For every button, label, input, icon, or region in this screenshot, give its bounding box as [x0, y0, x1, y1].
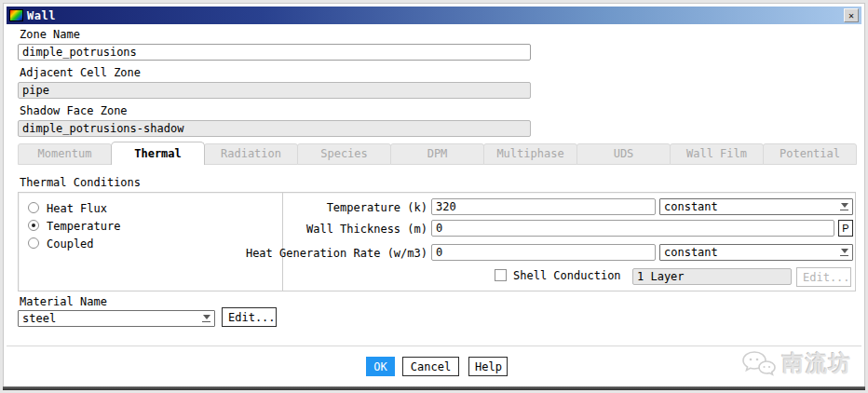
- tab-strip: Momentum Thermal Radiation Species DPM M…: [18, 143, 856, 165]
- material-edit-button[interactable]: Edit...: [222, 307, 277, 327]
- chevron-down-icon: [198, 311, 214, 326]
- help-button[interactable]: Help: [468, 357, 508, 376]
- temperature-field-label: Temperature (k): [236, 201, 427, 214]
- shadow-face-zone-label: Shadow Face Zone: [20, 104, 128, 117]
- heat-generation-profile-value: constant: [660, 246, 836, 259]
- shell-conduction-checkbox[interactable]: [495, 269, 507, 281]
- watermark-text: 南流坊: [782, 349, 852, 378]
- tab-uds[interactable]: UDS: [576, 143, 671, 165]
- wall-dialog: Wall ✕ Zone Name Adjacent Cell Zone Shad…: [0, 0, 868, 393]
- temperature-radio[interactable]: [28, 220, 39, 231]
- material-name-value: steel: [19, 312, 198, 325]
- footer-separator: [7, 346, 861, 346]
- wall-thickness-profile-button[interactable]: P: [838, 220, 853, 237]
- temperature-radio-label[interactable]: Temperature: [47, 220, 120, 233]
- adjacent-cell-zone-field: [18, 82, 531, 99]
- wall-thickness-input[interactable]: [431, 220, 834, 237]
- tab-thermal[interactable]: Thermal: [111, 142, 205, 165]
- temperature-profile-value: constant: [660, 200, 836, 213]
- adjacent-cell-zone-label: Adjacent Cell Zone: [20, 66, 141, 79]
- window-bottom-edge: [3, 386, 865, 390]
- tab-multiphase[interactable]: Multiphase: [483, 143, 577, 165]
- tab-wall-film[interactable]: Wall Film: [670, 143, 764, 165]
- ok-button[interactable]: OK: [366, 357, 395, 376]
- temperature-profile-dropdown[interactable]: constant: [659, 198, 853, 215]
- heat-generation-label: Heat Generation Rate (w/m3): [236, 247, 427, 260]
- material-name-label: Material Name: [20, 295, 107, 308]
- heat-flux-radio[interactable]: [28, 202, 39, 213]
- close-icon[interactable]: ✕: [844, 8, 859, 22]
- thermal-conditions-label: Thermal Conditions: [20, 176, 141, 189]
- chevron-down-icon: [836, 245, 852, 260]
- tab-dpm[interactable]: DPM: [390, 143, 484, 165]
- wall-thickness-label: Wall Thickness (m): [236, 223, 427, 236]
- shell-conduction-layers-field: [632, 268, 792, 285]
- tab-potential[interactable]: Potential: [763, 143, 857, 165]
- coupled-radio-label[interactable]: Coupled: [47, 237, 94, 251]
- shadow-face-zone-field: [18, 120, 531, 137]
- title-bar[interactable]: Wall ✕: [7, 7, 861, 24]
- tab-momentum[interactable]: Momentum: [18, 143, 112, 165]
- tab-radiation[interactable]: Radiation: [204, 143, 298, 165]
- temperature-input[interactable]: [431, 198, 656, 215]
- shell-conduction-edit-button: Edit...: [796, 267, 851, 287]
- material-name-dropdown[interactable]: steel: [18, 310, 215, 327]
- chevron-down-icon: [836, 199, 852, 214]
- zone-name-label: Zone Name: [20, 28, 80, 41]
- coupled-radio[interactable]: [28, 237, 39, 249]
- cancel-button[interactable]: Cancel: [402, 357, 459, 376]
- wechat-icon: [741, 350, 777, 378]
- tab-species[interactable]: Species: [297, 143, 391, 165]
- zone-name-input[interactable]: [18, 44, 531, 61]
- heat-generation-profile-dropdown[interactable]: constant: [659, 244, 853, 261]
- fluent-app-icon: [9, 9, 23, 21]
- shell-conduction-label[interactable]: Shell Conduction: [513, 269, 621, 282]
- watermark: 南流坊: [741, 349, 852, 378]
- heat-generation-input[interactable]: [431, 244, 656, 261]
- window-title: Wall: [27, 9, 56, 22]
- heat-flux-radio-label[interactable]: Heat Flux: [47, 202, 107, 215]
